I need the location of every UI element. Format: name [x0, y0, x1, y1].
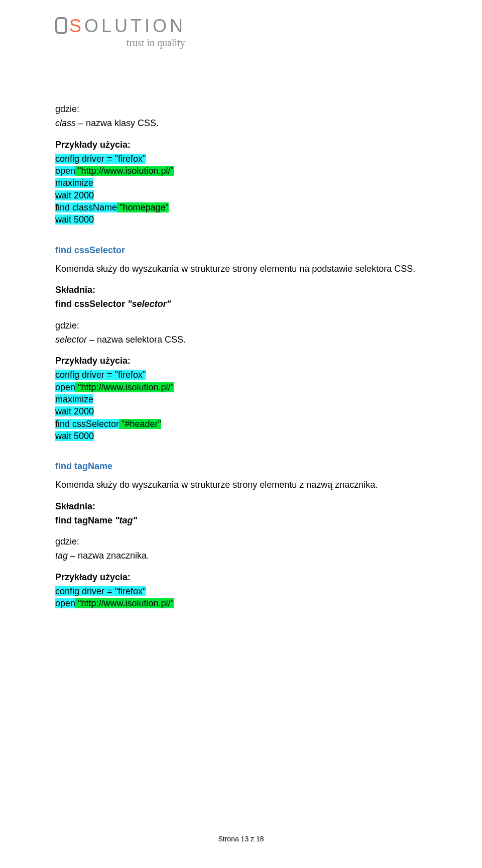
label-gdzie: gdzie:: [55, 535, 427, 548]
svg-rect-0: [56, 18, 66, 33]
code-line: wait 5000: [55, 213, 427, 226]
isolution-logo-icon: SOLUTION trust in quality: [55, 15, 216, 50]
code-line: open "http://www.isolution.pl/": [55, 597, 427, 609]
where-line: class – nazwa klasy CSS.: [55, 117, 427, 129]
code-line: wait 2000: [55, 189, 427, 201]
code-line: find cssSelector "#header": [55, 418, 427, 430]
command-description: Komenda służy do wyszukania w strukturze…: [55, 263, 427, 275]
label-przyklady: Przykłady użycia:: [55, 571, 427, 583]
section-cssselector: find cssSelector Komenda służy do wyszuk…: [55, 245, 427, 443]
where-line: selector – nazwa selektora CSS.: [55, 334, 427, 346]
section-tagname: find tagName Komenda służy do wyszukania…: [55, 461, 427, 609]
section-class: gdzie: class – nazwa klasy CSS. Przykład…: [55, 103, 427, 226]
logo-tagline: trust in quality: [127, 37, 185, 49]
heading-cssselector: find cssSelector: [55, 245, 427, 256]
label-skladnia: Składnia:: [55, 500, 427, 512]
code-line: config driver = "firefox": [55, 585, 427, 597]
page-footer: Strona 13 z 18: [0, 835, 482, 843]
syntax-line: find cssSelector "selector": [55, 298, 427, 310]
label-przyklady: Przykłady użycia:: [55, 355, 427, 367]
code-line: maximize: [55, 393, 427, 405]
command-description: Komenda służy do wyszukania w strukturze…: [55, 479, 427, 491]
label-przyklady: Przykłady użycia:: [55, 139, 427, 151]
label-skladnia: Składnia:: [55, 284, 427, 296]
code-line: open "http://www.isolution.pl/": [55, 381, 427, 393]
code-line: open "http://www.isolution.pl/": [55, 165, 427, 177]
label-gdzie: gdzie:: [55, 103, 427, 115]
code-line: find className "homepage": [55, 201, 427, 213]
code-line: wait 2000: [55, 405, 427, 417]
code-line: config driver = "firefox": [55, 153, 427, 165]
label-gdzie: gdzie:: [55, 319, 427, 332]
code-line: config driver = "firefox": [55, 369, 427, 381]
heading-tagname: find tagName: [55, 461, 427, 472]
svg-text:SOLUTION: SOLUTION: [69, 16, 186, 36]
where-line: tag – nazwa znacznika.: [55, 550, 427, 562]
logo: SOLUTION trust in quality: [55, 15, 427, 53]
syntax-line: find tagName "tag": [55, 514, 427, 526]
code-line: wait 5000: [55, 430, 427, 442]
code-line: maximize: [55, 177, 427, 189]
